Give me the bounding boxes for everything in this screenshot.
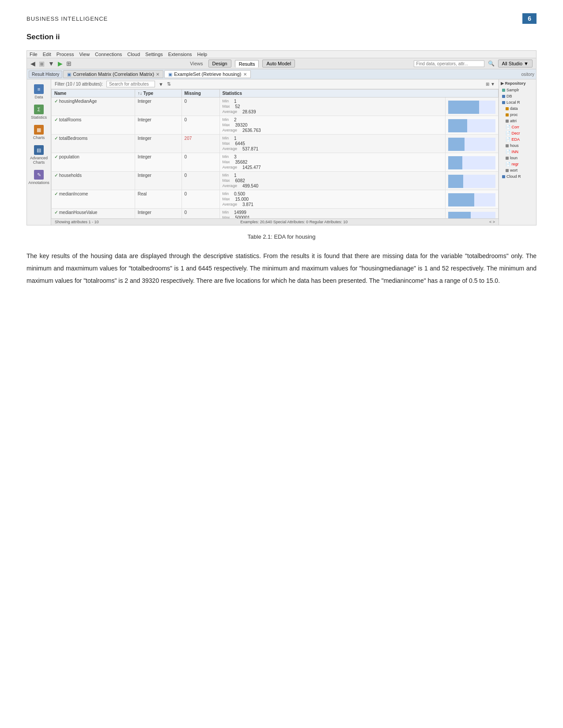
sidebar-charts[interactable]: ▦ Charts <box>28 123 50 142</box>
right-item-loun[interactable]: loun <box>504 155 534 161</box>
attr-name: totalRooms <box>59 117 82 122</box>
views-label: Views <box>190 61 203 66</box>
right-item-decr[interactable]: 📄 Decr <box>504 130 534 136</box>
toolbar-play-icon[interactable]: ▶ <box>58 60 63 67</box>
sort-icon[interactable]: ⇅ <box>167 81 171 87</box>
sidebar-charts-label: Charts <box>33 135 45 140</box>
tab-exampleset-close[interactable]: ✕ <box>243 72 247 77</box>
right-item-local-r[interactable]: Local R <box>501 99 534 105</box>
right-item-inn[interactable]: 📄 INN <box>504 149 534 155</box>
sidebar-statistics[interactable]: Σ Statistics <box>28 102 50 122</box>
menu-help[interactable]: Help <box>197 52 208 57</box>
view-options-icon[interactable]: ⊞ ▼ <box>486 82 495 86</box>
charts-icon: ▦ <box>34 125 44 135</box>
filter-icon[interactable]: ▼ <box>159 82 163 87</box>
all-studio-btn[interactable]: All Studio ▼ <box>498 60 533 68</box>
menu-file[interactable]: File <box>30 52 38 57</box>
tab-exampleset-label: ExampleSet (Retrieve housing) <box>174 71 241 77</box>
data-icon: ≡ <box>34 84 44 94</box>
menu-cloud[interactable]: Cloud <box>127 52 140 57</box>
sidebar-data[interactable]: ≡ Data <box>28 82 50 101</box>
status-bar: Showing attributes 1 - 10 Examples: 20,6… <box>51 218 499 225</box>
right-item-regr[interactable]: 📄 regr <box>504 161 534 167</box>
attr-type: Integer <box>135 98 181 116</box>
status-showing: Showing attributes 1 - 10 <box>55 220 99 224</box>
right-item-db[interactable]: DB <box>501 93 534 99</box>
check-icon: ✓ <box>54 99 58 104</box>
status-examples: Examples: 20,640 Special Attributes: 0 R… <box>240 220 348 224</box>
table-row: ✓ housingMedianAge Integer 0 Min1 Max52 … <box>52 98 499 116</box>
households-attr-name: households <box>59 173 82 178</box>
attr-stats: Min2 Max39320 Average2636.763 <box>219 116 445 135</box>
global-search-input[interactable] <box>414 60 484 67</box>
right-item-data[interactable]: data <box>504 105 534 112</box>
table-scroll-area[interactable]: Name ↑↓ Type Missing Statistics ✓ housin… <box>51 89 499 218</box>
right-item-cloud-r[interactable]: Cloud R <box>501 173 534 180</box>
main-area: ≡ Data Σ Statistics ▦ Charts ▤ Advanced … <box>27 79 536 225</box>
tab-correlation-close[interactable]: ✕ <box>156 72 159 77</box>
table-row: ✓ households Integer 0 Min1 Max6082 Aver… <box>52 172 499 190</box>
attr-name: housingMedianAge <box>59 99 97 104</box>
attr-name: medianHouseValue <box>59 210 98 215</box>
annotations-icon: ✎ <box>34 170 44 180</box>
menu-view[interactable]: View <box>79 52 90 57</box>
menu-process[interactable]: Process <box>57 52 74 57</box>
sidebar-annotations[interactable]: ✎ Annotations <box>28 168 50 187</box>
design-tab-btn[interactable]: Design <box>208 60 231 68</box>
filter-info: Filter (10 / 10 attributes): <box>55 82 103 86</box>
check-icon: ✓ <box>54 210 58 215</box>
right-item-corr[interactable]: 📄 Corr <box>504 124 534 130</box>
table-toolbar: Filter (10 / 10 attributes): ▼ ⇅ ⊞ ▼ <box>51 79 499 89</box>
col-header-missing[interactable]: Missing <box>181 90 219 98</box>
toolbar-grid-icon[interactable]: ⊞ <box>66 60 72 67</box>
status-nav[interactable]: < > <box>489 220 495 224</box>
menu-settings[interactable]: Settings <box>145 52 163 57</box>
attr-type: Integer <box>135 135 181 153</box>
attr-stats: Min3 Max35682 Average1425.477 <box>219 153 445 172</box>
rapidminer-window: File Edit Process View Connections Cloud… <box>26 50 537 225</box>
attr-missing: 0 <box>181 116 219 135</box>
tab-correlation-matrix[interactable]: ▣ Correlation Matrix (Correlation Matrix… <box>63 70 163 78</box>
right-subgroup: data proc attri 📄 Corr 📄 Decr 📄 EDA hous… <box>501 105 534 173</box>
check-icon: ✓ <box>54 136 58 141</box>
attr-bar <box>446 98 499 116</box>
toolbar-back-icon[interactable]: ◀ <box>30 60 35 67</box>
attr-missing: 0 <box>181 209 219 219</box>
data-table: Name ↑↓ Type Missing Statistics ✓ housin… <box>51 89 499 218</box>
content-area: Filter (10 / 10 attributes): ▼ ⇅ ⊞ ▼ Nam… <box>51 79 499 225</box>
attr-stats: Min1 Max6082 Average499.540 <box>219 172 445 190</box>
menu-edit[interactable]: Edit <box>43 52 51 57</box>
right-item-proc[interactable]: proc <box>504 112 534 118</box>
menu-connections[interactable]: Connections <box>95 52 122 57</box>
attr-name: medianIncome <box>59 191 88 196</box>
table-row: ✓ totalBedrooms Integer 207 Min1 Max6445… <box>52 135 499 153</box>
page-number: 6 <box>522 13 537 24</box>
attr-missing: 0 <box>181 98 219 116</box>
right-item-samplr[interactable]: Samplr <box>501 87 534 93</box>
attribute-search-input[interactable] <box>106 81 155 87</box>
col-header-statistics[interactable]: Statistics <box>219 90 498 98</box>
sidebar-data-label: Data <box>34 95 43 99</box>
right-item-attri[interactable]: attri <box>504 118 534 124</box>
toolbar-icon1[interactable]: ▣ <box>39 60 45 67</box>
col-header-name[interactable]: Name <box>52 90 135 98</box>
menu-extensions[interactable]: Extensions <box>168 52 192 57</box>
search-icon[interactable]: 🔍 <box>488 60 495 67</box>
tab-exampleset[interactable]: ▣ ExampleSet (Retrieve housing) ✕ <box>164 70 250 78</box>
table-row: ✓ medianIncome Real 0 Min0.500 Max15.000… <box>52 190 499 209</box>
sidebar-advanced-charts[interactable]: ▤ Advanced Charts <box>28 143 50 167</box>
attr-type: Integer <box>135 153 181 172</box>
col-header-type[interactable]: ↑↓ Type <box>135 90 181 98</box>
right-item-wort[interactable]: wort <box>504 167 534 173</box>
figure-caption: Table 2.1: EDA for housing <box>26 233 537 240</box>
results-tab-btn[interactable]: Results <box>235 60 259 68</box>
right-item-hous[interactable]: hous <box>504 143 534 149</box>
attr-stats: Min1 Max6445 Average537.871 <box>219 135 445 153</box>
toolbar-dropdown[interactable]: ▼ <box>48 60 54 67</box>
automodel-tab-btn[interactable]: Auto Model <box>262 60 295 68</box>
attr-bar <box>446 153 499 172</box>
result-history-label: Result History <box>29 71 62 78</box>
right-item-eda[interactable]: 📄 EDA <box>504 136 534 143</box>
attr-missing: 0 <box>181 190 219 209</box>
attr-bar <box>446 116 499 135</box>
